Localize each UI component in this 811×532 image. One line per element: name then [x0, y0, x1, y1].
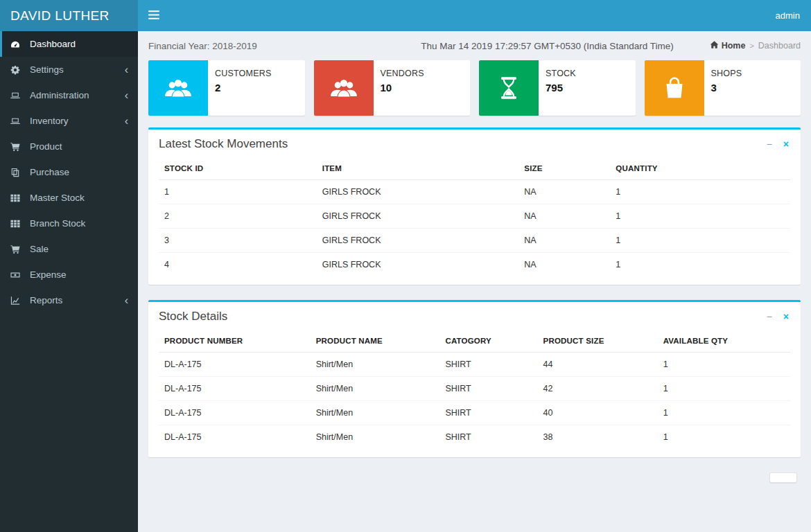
- sidebar-item-label: Sale: [30, 244, 128, 254]
- table-cell: NA: [518, 180, 610, 204]
- table-row: 4GIRLS FROCKNA1: [159, 253, 790, 277]
- sidebar-item-label: Administration: [30, 90, 125, 100]
- grid-icon: [10, 193, 26, 203]
- financial-year-label: Financial Year: 2018-2019: [148, 41, 257, 51]
- panel-title: Stock Details: [159, 310, 227, 323]
- laptop-icon: [10, 116, 26, 126]
- panel-body: STOCK IDITEMSIZEQUANTITY 1GIRLS FROCKNA1…: [148, 156, 801, 285]
- table-cell: GIRLS FROCK: [317, 229, 519, 253]
- column-header: PRODUCT NUMBER: [159, 330, 311, 353]
- content-header: Financial Year: 2018-2019 Thu Mar 14 201…: [138, 31, 811, 57]
- column-header: STOCK ID: [159, 157, 317, 180]
- sidebar-item-inventory[interactable]: Inventory‹: [0, 108, 138, 134]
- table-cell: SHIRT: [439, 353, 537, 377]
- table-row: 1GIRLS FROCKNA1: [159, 180, 790, 204]
- table-cell: GIRLS FROCK: [317, 204, 519, 229]
- panel-body: PRODUCT NUMBERPRODUCT NAMECATOGORYPRODUC…: [148, 328, 801, 457]
- sidebar-toggle-button[interactable]: [138, 0, 170, 31]
- infobox-content: VENDORS10: [374, 60, 431, 116]
- user-menu[interactable]: admin: [765, 0, 811, 31]
- money-icon: [10, 270, 26, 280]
- column-header: SIZE: [518, 157, 610, 180]
- table-cell: 38: [538, 425, 658, 450]
- panel-tools: − ×: [765, 139, 790, 149]
- panel-header: Stock Details − ×: [148, 302, 801, 328]
- sidebar-item-purchase[interactable]: Purchase: [0, 159, 138, 185]
- scrollbar-thumb[interactable]: [769, 472, 797, 483]
- panel-header: Latest Stock Movements − ×: [148, 130, 801, 156]
- sidebar-item-master-stock[interactable]: Master Stock: [0, 185, 138, 211]
- sidebar-item-expense[interactable]: Expense: [0, 262, 138, 287]
- infobox-value: 10: [381, 82, 424, 94]
- minimize-icon[interactable]: −: [765, 312, 774, 321]
- table-cell: GIRLS FROCK: [317, 180, 519, 204]
- infobox-content: SHOPS3: [704, 60, 749, 116]
- cart-icon: [10, 245, 26, 254]
- infobox-value: 795: [546, 82, 576, 94]
- sidebar-item-dashboard[interactable]: Dashboard: [0, 31, 138, 57]
- table-cell: DL-A-175: [159, 353, 311, 377]
- column-header: ITEM: [317, 157, 519, 180]
- copy-icon: [10, 168, 26, 177]
- panel-stock-details: Stock Details − × PRODUCT NUMBERPRODUCT …: [148, 300, 801, 457]
- table-cell: SHIRT: [439, 401, 537, 425]
- table-header-row: STOCK IDITEMSIZEQUANTITY: [159, 157, 790, 180]
- table-cell: NA: [518, 204, 610, 229]
- sidebar-item-reports[interactable]: Reports‹: [0, 287, 138, 313]
- close-icon[interactable]: ×: [782, 312, 790, 321]
- sidebar-item-label: Dashboard: [30, 39, 128, 49]
- chevron-left-icon: ‹: [125, 117, 128, 125]
- table-cell: 1: [658, 401, 790, 425]
- main-content: Financial Year: 2018-2019 Thu Mar 14 201…: [138, 0, 811, 483]
- table-cell: Shirt/Men: [311, 425, 440, 450]
- laptop-icon: [10, 91, 26, 100]
- sidebar-item-product[interactable]: Product: [0, 134, 138, 159]
- stock-details-table: PRODUCT NUMBERPRODUCT NAMECATOGORYPRODUC…: [159, 330, 790, 449]
- table-cell: 1: [658, 353, 790, 377]
- brand-logo[interactable]: DAVID LUTHER: [0, 0, 138, 31]
- infobox-customers: CUSTOMERS2: [148, 60, 305, 116]
- table-row: DL-A-175Shirt/MenSHIRT441: [159, 353, 790, 377]
- table-cell: 1: [658, 425, 790, 450]
- infobox-content: STOCK795: [539, 60, 583, 116]
- minimize-icon[interactable]: −: [765, 139, 774, 149]
- sidebar-item-administration[interactable]: Administration‹: [0, 82, 138, 108]
- infobox-label: CUSTOMERS: [215, 69, 271, 78]
- datetime-label: Thu Mar 14 2019 17:29:57 GMT+0530 (India…: [421, 41, 673, 51]
- grid-icon: [10, 219, 26, 229]
- sidebar-item-branch-stock[interactable]: Branch Stock: [0, 211, 138, 236]
- breadcrumb-home-link[interactable]: Home: [710, 40, 746, 51]
- close-icon[interactable]: ×: [782, 139, 790, 149]
- table-cell: Shirt/Men: [311, 377, 440, 401]
- table-cell: 1: [159, 180, 317, 204]
- sidebar-item-label: Product: [30, 141, 128, 152]
- sidebar: DashboardSettings‹Administration‹Invento…: [0, 31, 138, 532]
- column-header: PRODUCT NAME: [311, 330, 440, 353]
- sidebar-item-sale[interactable]: Sale: [0, 236, 138, 262]
- users-icon: [314, 60, 374, 116]
- table-cell: SHIRT: [439, 377, 537, 401]
- sidebar-item-label: Settings: [30, 64, 125, 75]
- sidebar-item-label: Reports: [30, 295, 125, 305]
- table-cell: DL-A-175: [159, 377, 311, 401]
- table-row: DL-A-175Shirt/MenSHIRT401: [159, 401, 790, 425]
- users-icon: [148, 60, 208, 116]
- sidebar-item-label: Purchase: [30, 167, 128, 177]
- table-cell: 1: [610, 229, 790, 253]
- breadcrumb-home-label: Home: [722, 41, 746, 51]
- breadcrumb-current: Dashboard: [758, 41, 801, 51]
- infobox-content: CUSTOMERS2: [208, 60, 278, 116]
- infobox-value: 2: [215, 82, 271, 94]
- column-header: CATOGORY: [439, 330, 537, 353]
- hamburger-icon: [148, 10, 159, 21]
- table-row: 3GIRLS FROCKNA1: [159, 229, 790, 253]
- sidebar-item-settings[interactable]: Settings‹: [0, 57, 138, 82]
- table-row: DL-A-175Shirt/MenSHIRT421: [159, 377, 790, 401]
- top-nav: admin: [138, 0, 811, 31]
- infobox-label: STOCK: [546, 69, 576, 78]
- breadcrumb-separator: >: [749, 42, 753, 50]
- infobox-row: CUSTOMERS2VENDORS10STOCK795SHOPS3: [148, 60, 801, 116]
- table-cell: 1: [610, 180, 790, 204]
- table-cell: 3: [159, 229, 317, 253]
- table-cell: 4: [159, 253, 317, 277]
